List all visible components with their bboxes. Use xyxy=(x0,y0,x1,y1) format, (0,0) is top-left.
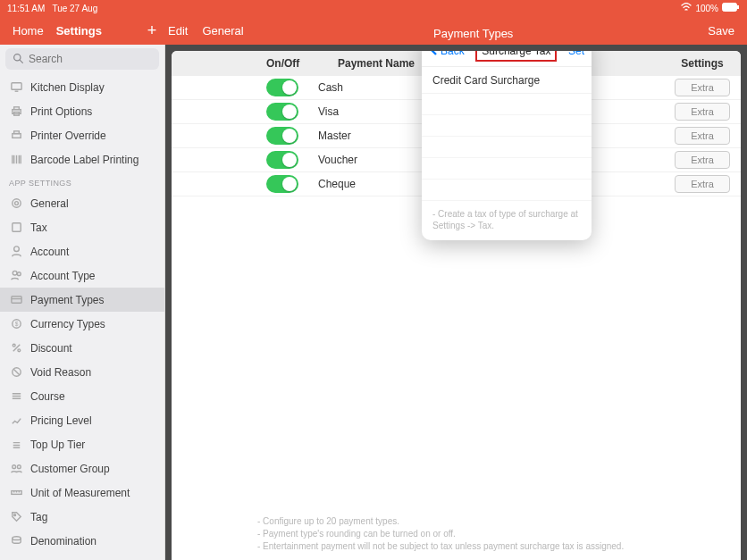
sidebar-item-label: Denomination xyxy=(30,535,97,547)
sheet: On/Off Payment Name Settings Cash Extra … xyxy=(172,51,741,560)
sidebar-item-label: Top Up Tier xyxy=(30,439,85,451)
extra-button[interactable]: Extra xyxy=(675,79,730,96)
home-button[interactable]: Home xyxy=(0,24,56,38)
extra-button[interactable]: Extra xyxy=(675,103,730,121)
sidebar-item-label: Barcode Label Printing xyxy=(30,154,138,166)
battery-pct: 100% xyxy=(695,4,718,13)
group-icon xyxy=(9,462,23,476)
svg-point-16 xyxy=(12,199,20,207)
ruler-icon xyxy=(9,486,23,500)
user-icon xyxy=(9,245,23,259)
sidebar-item-tax[interactable]: Tax xyxy=(0,215,164,239)
sidebar-item-label: Tag xyxy=(30,511,47,523)
status-left: 11:51 AM Tue 27 Aug xyxy=(7,4,97,13)
sidebar-item-course[interactable]: Course xyxy=(0,384,164,408)
sidebar-item-general[interactable]: General xyxy=(0,191,164,215)
toggle-switch[interactable] xyxy=(266,127,298,145)
toggle-switch[interactable] xyxy=(266,175,298,193)
coins-icon xyxy=(9,534,23,548)
search-input[interactable] xyxy=(5,48,159,70)
svg-point-28 xyxy=(17,349,20,352)
users-icon xyxy=(9,269,23,283)
svg-rect-1 xyxy=(737,5,739,9)
sidebar-item-account-type[interactable]: Account Type xyxy=(0,263,164,288)
section-heading: APP SETTINGS xyxy=(0,171,164,191)
sidebar-item-label: Currency Types xyxy=(30,318,105,330)
back-button[interactable]: Back xyxy=(429,51,465,57)
svg-line-3 xyxy=(20,60,22,63)
wifi-icon xyxy=(681,3,692,13)
sidebar-item-label: Pricing Level xyxy=(30,414,92,427)
sidebar-item-label: Unit of Measurement xyxy=(30,487,130,499)
footnotes: - Configure up to 20 payment types. - Pa… xyxy=(257,515,624,553)
popover-title: Surcharge Tax xyxy=(468,51,565,62)
footnote-line: - Payment type's rounding can be turned … xyxy=(257,528,624,540)
sidebar-item-label: Void Reason xyxy=(30,366,91,379)
svg-point-19 xyxy=(13,247,19,252)
sidebar-item-kitchen-display[interactable]: Kitchen Display xyxy=(0,75,164,99)
toggle-switch[interactable] xyxy=(266,79,298,96)
save-button[interactable]: Save xyxy=(695,24,747,38)
sidebar-item-void[interactable]: Void Reason xyxy=(0,360,164,384)
sidebar-item-pricing[interactable]: Pricing Level xyxy=(0,408,164,432)
footnote-line: - Entertainment payment will not be subj… xyxy=(257,540,624,553)
status-right: 100% xyxy=(681,3,740,13)
svg-point-31 xyxy=(12,465,15,469)
settings-title: Settings xyxy=(56,24,129,38)
sidebar-item-label: General xyxy=(30,197,69,210)
popover-blank-row xyxy=(422,137,592,158)
popover-item[interactable]: Credit Card Surcharge xyxy=(422,67,592,94)
sidebar-item-customer-group[interactable]: Customer Group xyxy=(0,456,164,481)
sidebar-item-topup[interactable]: Top Up Tier xyxy=(0,432,164,456)
printer-icon xyxy=(9,104,23,119)
add-button[interactable]: + xyxy=(145,23,159,38)
set-button[interactable]: Set xyxy=(568,51,584,57)
status-bar: 11:51 AM Tue 27 Aug 100% xyxy=(0,0,747,16)
battery-icon xyxy=(722,3,740,13)
sidebar-item-printer-override[interactable]: Printer Override xyxy=(0,123,164,147)
sidebar-item-print-options[interactable]: Print Options xyxy=(0,99,164,123)
surcharge-popover: Back Surcharge Tax Set Credit Card Surch… xyxy=(422,51,592,240)
search-wrap xyxy=(0,45,164,75)
popover-blank-row xyxy=(422,115,592,137)
extra-button[interactable]: Extra xyxy=(675,175,730,193)
barcode-icon xyxy=(9,153,23,167)
pricing-icon xyxy=(9,414,23,428)
edit-button[interactable]: Edit xyxy=(159,24,197,38)
search-icon xyxy=(13,53,24,64)
svg-point-32 xyxy=(17,465,21,469)
toggle-switch[interactable] xyxy=(266,151,298,169)
svg-point-20 xyxy=(13,271,17,275)
general-button[interactable]: General xyxy=(197,24,248,38)
sidebar-item-barcode[interactable]: Barcode Label Printing xyxy=(0,147,164,171)
svg-rect-18 xyxy=(12,223,20,231)
extra-button[interactable]: Extra xyxy=(675,151,730,169)
void-icon xyxy=(9,365,23,380)
sidebar-item-label: Customer Group xyxy=(30,463,110,475)
sidebar-item-timer[interactable]: Timer xyxy=(0,553,164,560)
sidebar-item-payment-types[interactable]: Payment Types xyxy=(0,288,164,312)
status-date: Tue 27 Aug xyxy=(52,4,97,13)
tax-icon xyxy=(9,221,23,235)
sidebar-item-currency[interactable]: $ Currency Types xyxy=(0,312,164,336)
popover-blank-row xyxy=(422,94,592,115)
sidebar-item-tag[interactable]: Tag xyxy=(0,505,164,529)
sidebar-item-discount[interactable]: Discount xyxy=(0,336,164,360)
sidebar-item-uom[interactable]: Unit of Measurement xyxy=(0,481,164,505)
popover-blank-row xyxy=(422,180,592,201)
gear-icon xyxy=(9,196,23,211)
topup-icon xyxy=(9,438,23,452)
printer-override-icon xyxy=(9,129,23,143)
status-time: 11:51 AM xyxy=(7,4,45,13)
svg-rect-7 xyxy=(13,107,19,110)
sidebar-item-denomination[interactable]: Denomination xyxy=(0,529,164,553)
display-icon xyxy=(9,80,23,95)
popover-blank-row xyxy=(422,158,592,180)
toggle-switch[interactable] xyxy=(266,103,298,121)
sidebar-item-label: Course xyxy=(30,390,65,403)
extra-button[interactable]: Extra xyxy=(675,127,730,145)
sidebar-item-account[interactable]: Account xyxy=(0,239,164,263)
course-icon xyxy=(9,389,23,404)
back-label: Back xyxy=(441,51,465,57)
top-bar: Home Settings + Edit General Save xyxy=(0,16,747,45)
